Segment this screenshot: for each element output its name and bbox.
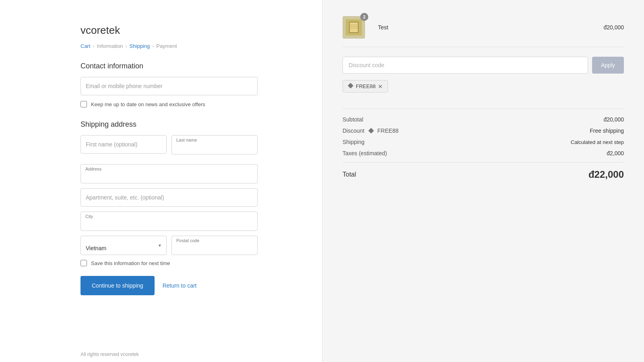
right-panel: 2 Test đ20,000 Apply FREE88 ✕ Subtotal đ… (322, 0, 644, 362)
svg-marker-7 (368, 128, 374, 134)
coupon-tag: FREE88 ✕ (343, 80, 388, 93)
coupon-tag-wrapper: FREE88 ✕ (343, 80, 624, 101)
product-badge: 2 (360, 13, 368, 21)
city-group: City HCMC (80, 212, 258, 231)
product-thumbnail-svg (346, 19, 362, 35)
discount-value: Free shipping (590, 128, 624, 134)
product-info: 2 Test (343, 16, 603, 39)
brand-title: vcoretek (80, 24, 258, 37)
save-info-row: Save this information for next time (80, 260, 258, 266)
svg-rect-2 (350, 23, 358, 32)
left-panel: vcoretek Cart › Information › Shipping ›… (0, 0, 322, 362)
shipping-section-title: Shipping address (80, 120, 258, 129)
discount-diamond-icon (368, 128, 374, 134)
footer-text: All rights reserved vcoretek (80, 352, 258, 357)
total-label: Total (343, 171, 356, 178)
product-name: Test (378, 24, 388, 31)
taxes-value: đ2,000 (607, 150, 624, 156)
sep-1: › (93, 43, 95, 49)
last-name-group: Last name Truong (171, 135, 258, 154)
actions-row: Continue to shipping Return to cart (80, 276, 258, 295)
product-row: 2 Test đ20,000 (343, 16, 624, 47)
address-input[interactable]: 107 (80, 164, 258, 183)
address-label: Address (85, 167, 101, 171)
shipping-label: Shipping (343, 139, 365, 145)
discount-label: Discount (343, 128, 364, 134)
city-input[interactable]: HCMC (80, 212, 258, 231)
divider-1 (343, 109, 624, 109)
taxes-row: Taxes (estimated) đ2,000 (343, 148, 624, 159)
sep-3: › (152, 43, 154, 49)
apartment-input[interactable] (80, 188, 258, 207)
shipping-row: Shipping Calculated at next step (343, 136, 624, 148)
total-row: Total đ22,000 (343, 162, 624, 180)
first-name-input[interactable] (80, 135, 167, 154)
subtotal-row: Subtotal đ20,000 (343, 114, 624, 125)
name-row: Last name Truong (80, 135, 258, 159)
discount-row-summary: Discount FREE88 Free shipping (343, 125, 624, 136)
postal-label: Postal code (176, 238, 199, 243)
breadcrumb-information: Information (97, 43, 123, 49)
discount-label-wrapper: Discount FREE88 (343, 128, 398, 134)
country-group: Country/Region Vietnam (80, 236, 167, 255)
discount-code-input[interactable] (343, 57, 588, 74)
continue-shipping-button[interactable]: Continue to shipping (80, 276, 155, 295)
newsletter-label: Keep me up to date on news and exclusive… (91, 101, 205, 107)
sep-2: › (126, 43, 127, 49)
breadcrumb-shipping[interactable]: Shipping (130, 43, 150, 49)
postal-group: Postal code 700000 (171, 236, 258, 255)
city-label: City (85, 214, 93, 219)
return-to-cart-link[interactable]: Return to cart (163, 282, 197, 289)
apply-discount-button[interactable]: Apply (592, 57, 624, 74)
tag-diamond-icon (348, 83, 353, 90)
subtotal-value: đ20,000 (603, 116, 624, 123)
newsletter-row: Keep me up to date on news and exclusive… (80, 101, 258, 107)
discount-row: Apply (343, 57, 624, 74)
taxes-label: Taxes (estimated) (343, 150, 387, 156)
apartment-group (80, 188, 258, 207)
save-info-label: Save this information for next time (91, 260, 170, 266)
country-postal-row: Country/Region Vietnam Postal code 70000… (80, 236, 258, 255)
shipping-section: Shipping address Last name Truong Addres… (80, 120, 258, 295)
country-select-wrapper: Vietnam (80, 236, 167, 255)
coupon-code-text: FREE88 (356, 83, 376, 89)
remove-coupon-button[interactable]: ✕ (378, 84, 383, 89)
product-price: đ20,000 (603, 24, 624, 31)
product-img-wrapper: 2 (343, 16, 365, 39)
address-group: Address 107 (80, 164, 258, 183)
subtotal-label: Subtotal (343, 116, 363, 123)
country-select[interactable]: Vietnam (80, 236, 167, 255)
shipping-value: Calculated at next step (571, 139, 624, 145)
svg-marker-6 (348, 83, 353, 88)
save-info-checkbox[interactable] (80, 260, 87, 266)
email-input[interactable] (80, 77, 258, 95)
total-value: đ22,000 (588, 169, 624, 180)
breadcrumb-payment: Payment (156, 43, 177, 49)
breadcrumb-cart[interactable]: Cart (80, 43, 91, 49)
first-name-group (80, 135, 167, 154)
newsletter-checkbox[interactable] (80, 101, 87, 107)
discount-code-label: FREE88 (377, 128, 398, 134)
breadcrumb: Cart › Information › Shipping › Payment (80, 43, 258, 49)
last-name-label: Last name (176, 138, 197, 142)
contact-section-title: Contact information (80, 62, 258, 70)
